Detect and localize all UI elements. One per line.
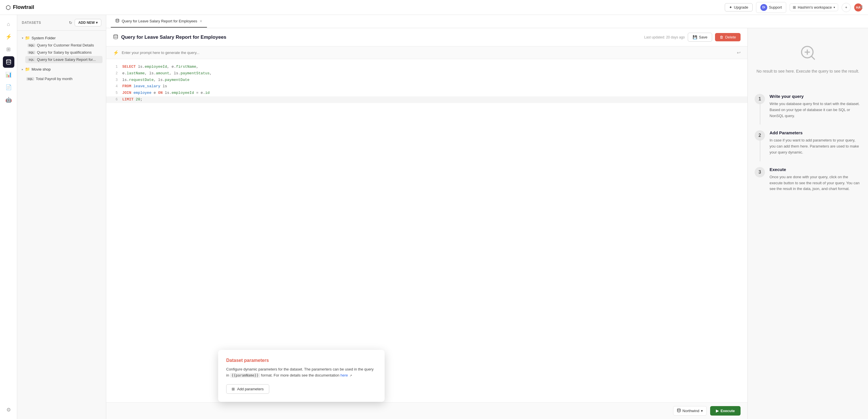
sidebar-item-doc[interactable]: 📄 [3,82,14,93]
folder-icon: 📁 [25,67,30,71]
sidebar-item-settings[interactable]: ⚙ [3,404,14,416]
tree-children-system: SQL Query for Customer Rental Details SQ… [21,42,102,63]
db-chevron-icon: ▾ [701,409,703,413]
query-section: Query for Leave Salary Report for Employ… [106,28,747,419]
save-icon: 💾 [693,35,697,39]
step-1-content: Write your query Write you database quer… [770,94,861,119]
chevron-down-icon: ▾ [22,36,23,40]
workspace-button[interactable]: ⊞ Hashim's workspace ▾ [789,3,838,11]
tree-folder-system-header[interactable]: ▾ 📁 System Folder [21,34,102,42]
main-content: Query for Leave Salary Report for Employ… [106,15,868,419]
tree-item-label: Query for Customer Rental Details [37,43,94,47]
tab-dataset-icon [115,19,119,24]
add-workspace-button[interactable]: + [842,3,851,12]
step-2-desc: In case if you want to add parameters to… [770,137,861,155]
right-panel: No result to see here. Execute the query… [747,28,868,419]
delete-button[interactable]: 🗑 Delete [715,33,741,41]
add-parameters-button[interactable]: ⊞ Add parameters [226,384,269,394]
sidebar-item-chart[interactable]: 📊 [3,69,14,80]
ai-prompt-icon: ⚡ [113,50,119,55]
popup-code-example: {{paramName}} [230,373,260,378]
tab-close-button[interactable]: ✕ [199,19,203,23]
no-result-area: No result to see here. Execute the query… [755,35,861,86]
no-result-icon [799,44,817,65]
sidebar-item-report[interactable]: ⊞ [3,44,14,55]
step-3-title: Execute [770,167,861,172]
add-params-icon: ⊞ [231,387,235,391]
tree-folder-movieshop-header[interactable]: ▸ 📁 Movie shop [21,65,102,73]
tree-folder-system: ▾ 📁 System Folder SQL Query for Customer… [17,33,106,64]
sql-badge: SQL [28,51,35,54]
query-header: Query for Leave Salary Report for Employ… [106,28,747,46]
db-icon [677,408,681,413]
folder-system-label: System Folder [32,36,56,40]
tree-item-label: Total Payroll by month [36,76,73,81]
topnav: ⬡ Flowtrail ✦ Upgrade Di Support ⊞ Hashi… [0,0,868,15]
sidebar-item-ai[interactable]: 🤖 [3,94,14,106]
step-1-title: Write your query [770,94,861,99]
svg-point-3 [677,409,680,410]
dataset-header: DATASETS ↻ ADD NEW ▾ [17,15,106,31]
step-3: 3 Execute Once you are done with your qu… [755,161,861,198]
code-line-4: 4 FROM leave_salary ls [106,83,747,90]
code-line-1: 1 SELECT ls.employeeId, e.firstName, [106,64,747,70]
ai-prompt-bar: ⚡ ↩ [106,46,747,59]
enter-icon[interactable]: ↩ [737,50,741,55]
database-selector[interactable]: Northwind ▾ [673,406,707,416]
add-new-chevron-icon: ▾ [96,21,98,25]
add-new-button[interactable]: ADD NEW ▾ [74,19,101,26]
tree-item-total-payroll-item[interactable]: SQL Total Payroll by month [21,75,102,83]
query-title-area: Query for Leave Salary Report for Employ… [113,34,226,40]
step-2-content: Add Parameters In case if you want to ad… [770,130,861,155]
tree-item-leave-salary[interactable]: SQL Query for Leave Salary Report for... [25,56,102,63]
steps-list: 1 Write your query Write you database qu… [755,88,861,198]
sidebar-item-dataset[interactable] [3,56,14,68]
code-editor[interactable]: 1 SELECT ls.employeeId, e.firstName, 2 e… [106,59,747,402]
tree-item-label: Query for Leave Salary Report for... [37,57,96,62]
logo-icon: ⬡ [6,4,11,11]
folder-icon: 📁 [25,36,30,40]
sidebar-item-bolt[interactable]: ⚡ [3,31,14,42]
upgrade-button[interactable]: ✦ Upgrade [725,3,753,11]
workspace-chevron-icon: ▾ [834,6,835,9]
step-1-num: 1 [755,94,765,104]
chevron-right-icon: ▸ [22,68,23,71]
content-area: Query for Leave Salary Report for Employ… [106,28,868,419]
discord-icon: Di [761,4,767,11]
tree-folder-movieshop: ▸ 📁 Movie shop [17,64,106,74]
code-line-6: 6 LIMIT 20; [106,96,747,103]
refresh-button[interactable]: ↻ [69,20,72,25]
tab-leave-salary[interactable]: Query for Leave Salary Report for Employ… [111,15,207,28]
plus-icon: + [845,5,847,9]
support-button[interactable]: Di Support [756,2,786,13]
tabs-bar: Query for Leave Salary Report for Employ… [106,15,868,28]
step-2-title: Add Parameters [770,130,861,135]
tree-item-salary-qual[interactable]: SQL Query for Salary by qualifications [25,49,102,56]
folder-movieshop-label: Movie shop [32,67,51,71]
sql-badge: SQL [28,44,35,47]
dataset-header-actions: ↻ ADD NEW ▾ [69,19,101,26]
database-name: Northwind [683,409,700,413]
execute-button[interactable]: ▶ Execute [710,406,741,416]
popup-desc-after: format. For more details see the documen… [260,373,340,377]
no-result-text: No result to see here. Execute the query… [756,68,859,74]
step-1: 1 Write your query Write you database qu… [755,88,861,125]
dataset-panel: DATASETS ↻ ADD NEW ▾ ▾ 📁 System Folder [17,15,106,419]
step-3-desc: Once you are done with your query, click… [770,174,861,192]
popup-link[interactable]: here [340,373,348,377]
query-actions: Last updated: 20 days ago 💾 Save 🗑 Delet… [644,33,741,42]
tree-item-customer-rental[interactable]: SQL Query for Customer Rental Details [25,42,102,49]
svg-point-1 [116,19,119,20]
query-title: Query for Leave Salary Report for Employ… [121,34,226,40]
tree-item-label: Query for Salary by qualifications [37,50,92,55]
editor-footer: Northwind ▾ ▶ Execute [106,402,747,419]
topnav-left: ⬡ Flowtrail [6,4,34,11]
ai-prompt-input[interactable] [122,51,734,55]
step-1-desc: Write you database query first to start … [770,101,861,119]
step-3-content: Execute Once you are done with your quer… [770,167,861,192]
sidebar-item-home[interactable]: ⌂ [3,19,14,30]
save-button[interactable]: 💾 Save [688,33,712,42]
dataset-params-popup: Dataset parameters Configure dynamic par… [218,350,384,402]
tab-label: Query for Leave Salary Report for Employ… [122,19,197,23]
tree-item-total-payroll: SQL Total Payroll by month [17,74,106,84]
